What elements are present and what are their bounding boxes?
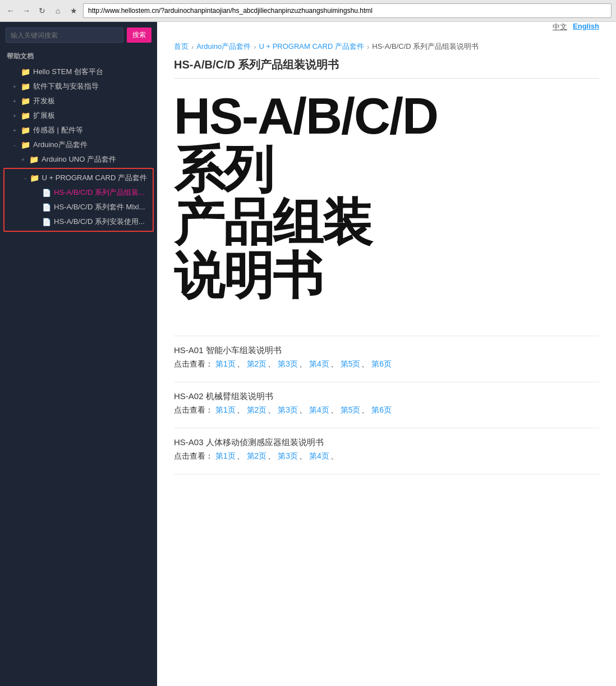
page-link[interactable]: 第6页: [371, 359, 392, 368]
sidebar-item-label: 传感器 | 配件等: [33, 125, 83, 135]
page-link[interactable]: 第6页: [371, 405, 392, 414]
page-link[interactable]: 第3页: [278, 405, 298, 414]
expand-icon: +: [20, 157, 26, 163]
section-heading: HS-A03 人体移动侦测感应器组装说明书: [174, 437, 599, 448]
forward-button[interactable]: →: [20, 4, 33, 17]
expand-icon: +: [11, 98, 18, 104]
reload-button[interactable]: ↻: [36, 4, 48, 17]
address-bar[interactable]: [83, 3, 612, 18]
main-layout: 搜索 帮助文档 📁 Hello STEM 创客平台 + 📁 软件下载与安装指导 …: [0, 22, 616, 686]
folder-icon: 📁: [21, 140, 30, 149]
expand-icon: +: [11, 84, 18, 90]
section-hs-a02: HS-A02 机械臂组装说明书 点击查看： 第1页、 第2页、 第3页、 第4页…: [174, 391, 599, 415]
breadcrumb-arduino[interactable]: Arduino产品套件: [196, 42, 251, 52]
sidebar-item-label: HS-A/B/C/D 系列安装使用...: [54, 217, 145, 227]
back-button[interactable]: ←: [4, 4, 17, 17]
page-link[interactable]: 第4页: [309, 451, 329, 460]
page-link[interactable]: 第2页: [247, 451, 267, 460]
hero-line3: 产品组装: [174, 196, 599, 249]
expand-icon: +: [11, 113, 18, 119]
sidebar-item-arduino-kits[interactable]: - 📁 Arduino产品套件: [0, 138, 157, 152]
hero-line1: HS-A/B/C/D: [174, 90, 599, 143]
folder-icon: 📁: [21, 126, 30, 135]
hero-line4: 说明书: [174, 249, 599, 303]
sidebar-item-u-program[interactable]: - 📁 U + PROGRAM CARD 产品套件: [4, 171, 153, 185]
folder-icon: 📁: [29, 155, 39, 164]
breadcrumb: 首页 › Arduino产品套件 › U + PROGRAM CARD 产品套件…: [174, 35, 599, 57]
divider-2: [174, 382, 599, 382]
page-link[interactable]: 第1页: [215, 451, 236, 460]
links-prefix: 点击查看：: [174, 359, 213, 368]
page-link[interactable]: 第1页: [215, 359, 236, 368]
links-prefix: 点击查看：: [174, 405, 213, 414]
breadcrumb-home[interactable]: 首页: [174, 42, 189, 52]
page-link[interactable]: 第1页: [215, 405, 236, 414]
home-button[interactable]: ⌂: [52, 4, 64, 17]
sidebar-item-arduino-uno[interactable]: + 📁 Arduino UNO 产品套件: [0, 152, 157, 167]
doc-icon: 📄: [42, 218, 51, 226]
sidebar-item-hello-stem[interactable]: 📁 Hello STEM 创客平台: [0, 65, 157, 79]
page-link[interactable]: 第5页: [341, 405, 361, 414]
section-hs-a03: HS-A03 人体移动侦测感应器组装说明书 点击查看： 第1页、 第2页、 第3…: [174, 437, 599, 461]
section-heading: HS-A01 智能小车组装说明书: [174, 345, 599, 356]
sidebar: 搜索 帮助文档 📁 Hello STEM 创客平台 + 📁 软件下载与安装指导 …: [0, 22, 157, 686]
divider-3: [174, 428, 599, 428]
page-title: HS-A/B/C/D 系列产品组装说明书: [174, 57, 599, 79]
sidebar-section-label: 帮助文档: [0, 48, 157, 65]
bookmark-button[interactable]: ★: [67, 4, 80, 17]
section-links: 点击查看： 第1页、 第2页、 第3页、 第4页、 第5页、 第6页: [174, 405, 599, 415]
page-link[interactable]: 第4页: [309, 359, 329, 368]
sidebar-item-label: U + PROGRAM CARD 产品套件: [42, 173, 147, 183]
folder-icon: 📁: [30, 173, 39, 182]
doc-icon: 📄: [42, 189, 51, 197]
divider-4: [174, 474, 599, 474]
sidebar-item-label: HS-A/B/C/D 系列产品组装...: [54, 187, 145, 198]
breadcrumb-sep: ›: [367, 43, 369, 51]
section-hs-a01: HS-A01 智能小车组装说明书 点击查看： 第1页、 第2页、 第3页、 第4…: [174, 345, 599, 369]
sidebar-item-hs-abcd-mixly[interactable]: 📄 HS-A/B/C/D 系列套件 Mlxl...: [4, 200, 153, 214]
sidebar-item-label: 开发板: [33, 96, 55, 106]
sidebar-item-hs-abcd-install[interactable]: 📄 HS-A/B/C/D 系列安装使用...: [4, 214, 153, 229]
folder-icon: 📁: [21, 67, 30, 76]
page-link[interactable]: 第2页: [247, 359, 267, 368]
search-box: 搜索: [0, 22, 157, 48]
expand-icon: -: [24, 175, 27, 181]
sidebar-item-label: Arduino产品套件: [33, 140, 88, 150]
browser-toolbar: ← → ↻ ⌂ ★: [0, 0, 616, 21]
sidebar-item-devboard[interactable]: + 📁 开发板: [0, 94, 157, 108]
expand-icon: -: [11, 142, 18, 148]
folder-icon: 📁: [21, 82, 30, 91]
sidebar-item-sensors[interactable]: + 📁 传感器 | 配件等: [0, 123, 157, 138]
sidebar-item-hs-abcd-assembly[interactable]: 📄 HS-A/B/C/D 系列产品组装...: [4, 185, 153, 200]
page-link[interactable]: 第3页: [278, 451, 298, 460]
browser-chrome: ← → ↻ ⌂ ★: [0, 0, 616, 22]
expand-icon: [33, 204, 39, 211]
lang-zh-button[interactable]: 中文: [553, 22, 567, 32]
page-link[interactable]: 第3页: [278, 359, 298, 368]
lang-en-button[interactable]: English: [573, 22, 599, 32]
page-link[interactable]: 第4页: [309, 405, 329, 414]
sidebar-item-label: HS-A/B/C/D 系列套件 Mlxl...: [54, 202, 145, 212]
expand-icon: +: [11, 127, 18, 134]
section-links: 点击查看： 第1页、 第2页、 第3页、 第4页、: [174, 451, 599, 461]
search-button[interactable]: 搜索: [127, 28, 151, 43]
breadcrumb-sep: ›: [191, 43, 194, 51]
links-prefix: 点击查看：: [174, 451, 213, 460]
content-area: 中文 English 首页 › Arduino产品套件 › U + PROGRA…: [157, 22, 616, 686]
highlighted-section: - 📁 U + PROGRAM CARD 产品套件 📄 HS-A/B/C/D 系…: [3, 168, 154, 232]
expand-icon: [33, 190, 39, 196]
sidebar-item-label: 软件下载与安装指导: [33, 81, 99, 92]
hero-line2: 系列: [174, 143, 599, 196]
sidebar-item-software[interactable]: + 📁 软件下载与安装指导: [0, 79, 157, 94]
search-input[interactable]: [6, 28, 123, 43]
sidebar-item-label: Hello STEM 创客平台: [33, 67, 103, 77]
divider-1: [174, 336, 599, 336]
page-link[interactable]: 第5页: [341, 359, 361, 368]
breadcrumb-u-program[interactable]: U + PROGRAM CARD 产品套件: [259, 42, 364, 52]
page-link[interactable]: 第2页: [247, 405, 267, 414]
breadcrumb-current: HS-A/B/C/D 系列产品组装说明书: [372, 42, 479, 52]
breadcrumb-sep: ›: [254, 43, 256, 51]
expand-icon: [33, 219, 39, 225]
sidebar-item-expansion[interactable]: + 📁 扩展板: [0, 108, 157, 123]
doc-icon: 📄: [42, 203, 51, 212]
